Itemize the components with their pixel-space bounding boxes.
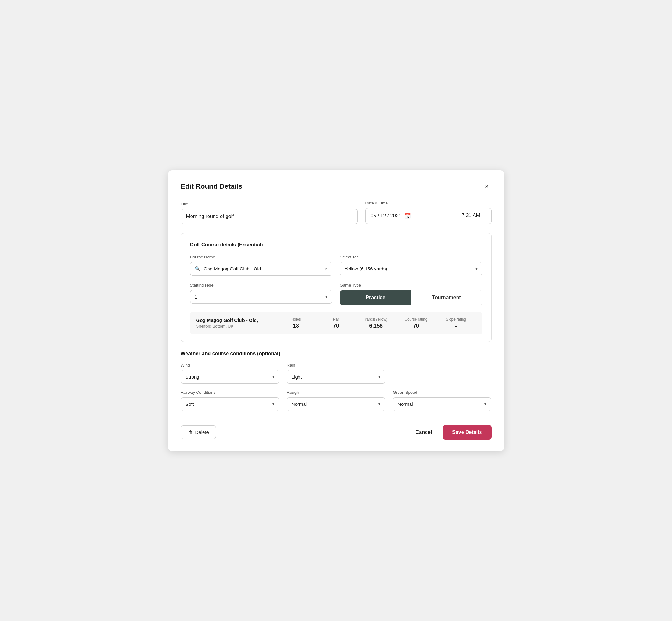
chevron-down-icon-wind: ▾ [272, 374, 275, 379]
rain-group: Rain Light ▾ [287, 363, 385, 384]
wind-rain-row: Wind Strong ▾ Rain Light ▾ [181, 363, 492, 384]
fairway-label: Fairway Conditions [181, 390, 279, 395]
starting-hole-value: 1 [195, 294, 326, 299]
footer-row: 🗑 Delete Cancel Save Details [181, 425, 492, 440]
wind-group: Wind Strong ▾ [181, 363, 279, 384]
top-fields: Title Date & Time 05 / 12 / 2021 📅 7:31 … [181, 201, 492, 224]
edit-round-modal: Edit Round Details × Title Date & Time 0… [168, 170, 504, 451]
green-speed-dropdown[interactable]: Normal ▾ [393, 397, 491, 411]
rain-value: Light [292, 374, 378, 380]
holes-value: 18 [276, 323, 316, 329]
game-type-label: Game Type [340, 283, 482, 287]
weather-section: Weather and course conditions (optional)… [181, 351, 492, 411]
search-icon: 🔍 [195, 266, 201, 272]
course-name-group: Course Name 🔍 × [190, 255, 333, 276]
rough-label: Rough [287, 390, 385, 395]
rain-label: Rain [287, 363, 385, 368]
course-rating-value: 70 [396, 323, 436, 329]
title-input[interactable] [181, 209, 358, 224]
golf-course-section: Golf Course details (Essential) Course N… [181, 233, 492, 342]
fairway-group: Fairway Conditions Soft ▾ [181, 390, 279, 411]
trash-icon: 🗑 [188, 429, 193, 435]
datetime-wrap: 05 / 12 / 2021 📅 7:31 AM [365, 208, 492, 224]
green-speed-value: Normal [397, 401, 484, 407]
course-name-input[interactable] [204, 266, 322, 272]
course-name-input-wrap[interactable]: 🔍 × [190, 262, 333, 276]
chevron-down-icon-rough: ▾ [378, 401, 380, 406]
save-button[interactable]: Save Details [443, 425, 491, 440]
title-field-group: Title [181, 202, 358, 224]
date-input[interactable]: 05 / 12 / 2021 📅 [365, 208, 451, 224]
footer-divider [181, 417, 492, 417]
green-speed-label: Green Speed [393, 390, 491, 395]
yards-stat: Yards(Yellow) 6,156 [356, 317, 396, 329]
select-tee-group: Select Tee Yellow (6,156 yards) ▾ [340, 255, 482, 276]
modal-header: Edit Round Details × [181, 182, 492, 191]
par-label: Par [316, 317, 356, 322]
yards-value: 6,156 [356, 323, 396, 329]
clear-course-button[interactable]: × [325, 266, 328, 272]
tournament-button[interactable]: Tournament [411, 290, 482, 305]
course-tee-row: Course Name 🔍 × Select Tee Yellow (6,156… [190, 255, 482, 276]
game-type-group: Game Type Practice Tournament [340, 283, 482, 305]
chevron-down-icon-hole: ▾ [325, 294, 328, 299]
weather-section-title: Weather and course conditions (optional) [181, 351, 492, 357]
wind-value: Strong [185, 374, 272, 380]
starting-hole-label: Starting Hole [190, 283, 333, 287]
date-value: 05 / 12 / 2021 [371, 213, 402, 219]
rain-dropdown[interactable]: Light ▾ [287, 370, 385, 384]
rough-group: Rough Normal ▾ [287, 390, 385, 411]
hole-gametype-row: Starting Hole 1 ▾ Game Type Practice Tou… [190, 283, 482, 305]
rough-value: Normal [292, 401, 378, 407]
calendar-icon: 📅 [405, 213, 411, 219]
title-label: Title [181, 202, 358, 206]
fairway-value: Soft [185, 401, 272, 407]
delete-label: Delete [195, 429, 209, 435]
slope-rating-label: Slope rating [436, 317, 476, 322]
close-button[interactable]: × [482, 182, 492, 191]
slope-rating-stat: Slope rating - [436, 317, 476, 329]
fairway-rough-green-row: Fairway Conditions Soft ▾ Rough Normal ▾… [181, 390, 492, 411]
holes-stat: Holes 18 [276, 317, 316, 329]
time-input[interactable]: 7:31 AM [451, 208, 492, 224]
practice-button[interactable]: Practice [340, 290, 411, 305]
golf-course-section-title: Golf Course details (Essential) [190, 242, 482, 248]
footer-right: Cancel Save Details [412, 425, 492, 440]
select-tee-dropdown[interactable]: Yellow (6,156 yards) ▾ [340, 262, 482, 276]
course-name-label: Course Name [190, 255, 333, 259]
game-type-toggle: Practice Tournament [340, 290, 482, 305]
holes-label: Holes [276, 317, 316, 322]
select-tee-value: Yellow (6,156 yards) [344, 266, 475, 272]
datetime-field-group: Date & Time 05 / 12 / 2021 📅 7:31 AM [365, 201, 492, 224]
wind-label: Wind [181, 363, 279, 368]
cancel-button[interactable]: Cancel [412, 426, 435, 439]
chevron-down-icon-fairway: ▾ [272, 401, 275, 406]
modal-title: Edit Round Details [181, 182, 243, 191]
course-rating-label: Course rating [396, 317, 436, 322]
course-name-block: Gog Magog Golf Club - Old, Shelford Bott… [196, 318, 276, 329]
green-speed-group: Green Speed Normal ▾ [393, 390, 491, 411]
course-info-location: Shelford Bottom, UK [196, 324, 276, 329]
datetime-label: Date & Time [365, 201, 492, 205]
select-tee-label: Select Tee [340, 255, 482, 259]
wind-dropdown[interactable]: Strong ▾ [181, 370, 279, 384]
course-info-name: Gog Magog Golf Club - Old, [196, 318, 276, 323]
time-value: 7:31 AM [462, 213, 480, 218]
yards-label: Yards(Yellow) [356, 317, 396, 322]
course-info-row: Gog Magog Golf Club - Old, Shelford Bott… [190, 312, 482, 334]
slope-rating-value: - [436, 323, 476, 329]
delete-button[interactable]: 🗑 Delete [181, 425, 216, 439]
par-value: 70 [316, 323, 356, 329]
starting-hole-dropdown[interactable]: 1 ▾ [190, 290, 333, 303]
fairway-dropdown[interactable]: Soft ▾ [181, 397, 279, 411]
par-stat: Par 70 [316, 317, 356, 329]
chevron-down-icon-rain: ▾ [378, 374, 380, 379]
starting-hole-group: Starting Hole 1 ▾ [190, 283, 333, 305]
chevron-down-icon-green: ▾ [484, 401, 487, 406]
course-rating-stat: Course rating 70 [396, 317, 436, 329]
chevron-down-icon: ▾ [475, 266, 478, 271]
rough-dropdown[interactable]: Normal ▾ [287, 397, 385, 411]
